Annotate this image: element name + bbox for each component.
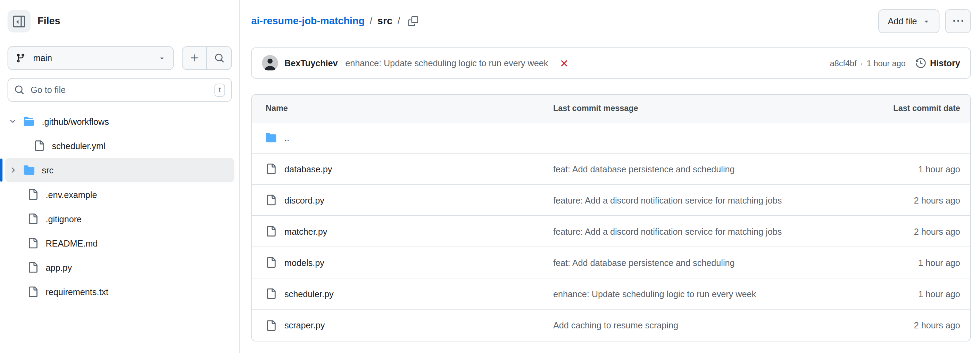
column-header-message: Last commit message xyxy=(553,104,826,113)
tree-item--env-example[interactable]: .env.example xyxy=(5,182,234,207)
tree-item-app-py[interactable]: app.py xyxy=(5,255,234,280)
file-name-link[interactable]: database.py xyxy=(285,164,332,174)
tree-item-label: .env.example xyxy=(46,189,97,199)
plus-icon xyxy=(189,53,199,63)
file-icon xyxy=(266,226,277,237)
chevron-right-icon[interactable] xyxy=(9,166,19,174)
commit-date: 2 hours ago xyxy=(826,320,960,330)
column-header-date: Last commit date xyxy=(826,104,960,113)
search-icon xyxy=(214,53,224,63)
latest-commit-bar: BexTuychiev enhance: Update scheduling l… xyxy=(251,47,971,79)
commit-date: 1 hour ago xyxy=(826,164,960,174)
commit-message-link[interactable]: Add caching to resume scraping xyxy=(553,320,678,330)
commit-message-link[interactable]: feature: Add a discord notification serv… xyxy=(553,226,782,236)
breadcrumb-separator: / xyxy=(369,16,372,27)
commit-sha-link[interactable]: a8cf4bf · 1 hour ago xyxy=(830,58,906,68)
breadcrumb: ai-resume-job-matching / src / xyxy=(251,16,418,27)
commit-date: 2 hours ago xyxy=(826,226,960,236)
sidebar-collapse-icon xyxy=(13,15,25,27)
sidebar-title: Files xyxy=(38,16,60,27)
table-header-row: Name Last commit message Last commit dat… xyxy=(252,95,970,122)
tree-item-label: app.py xyxy=(46,263,72,272)
folder-icon xyxy=(266,133,277,143)
commit-date: 1 hour ago xyxy=(826,289,960,299)
file-icon xyxy=(266,195,277,206)
search-icon xyxy=(14,85,24,95)
commit-message-link[interactable]: feat: Add database persistence and sched… xyxy=(553,164,735,174)
kebab-horizontal-icon xyxy=(953,16,963,26)
chevron-down-icon[interactable] xyxy=(9,117,19,125)
file-icon xyxy=(266,257,277,268)
file-rows: database.pyfeat: Add database persistenc… xyxy=(252,154,970,341)
history-button[interactable]: History xyxy=(916,58,960,68)
file-row[interactable]: scheduler.pyenhance: Update scheduling l… xyxy=(252,279,970,310)
file-row[interactable]: models.pyfeat: Add database persistence … xyxy=(252,247,970,279)
branch-selector[interactable]: main xyxy=(8,46,174,70)
file-name-link[interactable]: scraper.py xyxy=(285,320,325,330)
file-row[interactable]: database.pyfeat: Add database persistenc… xyxy=(252,154,970,185)
parent-directory-row[interactable]: .. xyxy=(252,122,970,154)
file-row[interactable]: discord.pyfeature: Add a discord notific… xyxy=(252,185,970,216)
tree-item--github-workflows[interactable]: .github/workflows xyxy=(5,109,234,133)
github-file-browser: Files main xyxy=(0,0,980,353)
breadcrumb-repo-link[interactable]: ai-resume-job-matching xyxy=(251,16,364,27)
folder-icon xyxy=(24,116,34,127)
main-content: ai-resume-job-matching / src / Add file xyxy=(240,0,980,353)
column-header-name: Name xyxy=(262,104,553,113)
git-branch-icon xyxy=(16,53,26,63)
add-file-button[interactable]: Add file xyxy=(878,9,940,33)
file-icon xyxy=(266,164,277,174)
history-icon xyxy=(916,58,926,68)
commit-time: 1 hour ago xyxy=(867,58,906,68)
new-file-button[interactable] xyxy=(183,47,207,70)
author-avatar[interactable] xyxy=(262,55,278,71)
commit-date: 1 hour ago xyxy=(826,258,960,268)
file-name-link[interactable]: discord.py xyxy=(285,195,325,205)
file-icon xyxy=(27,262,38,273)
triangle-down-icon xyxy=(923,17,930,25)
tree-item-requirements-txt[interactable]: requirements.txt xyxy=(5,280,234,304)
more-options-button[interactable] xyxy=(945,9,971,33)
tree-item-label: README.md xyxy=(46,238,98,248)
copy-icon xyxy=(408,16,418,26)
breadcrumb-separator: / xyxy=(398,16,400,27)
file-name-link[interactable]: scheduler.py xyxy=(285,289,333,299)
go-to-file-placeholder: Go to file xyxy=(30,85,208,95)
add-file-label: Add file xyxy=(888,16,917,26)
file-name-link[interactable]: matcher.py xyxy=(285,226,327,236)
keyboard-shortcut-badge: t xyxy=(214,83,225,97)
go-to-file-input[interactable]: Go to file t xyxy=(8,78,232,101)
branch-name: main xyxy=(33,53,52,63)
commit-author-link[interactable]: BexTuychiev xyxy=(285,58,338,68)
tree-item-scheduler-yml[interactable]: scheduler.yml xyxy=(5,133,234,158)
parent-directory-link[interactable]: .. xyxy=(285,133,289,143)
folder-icon xyxy=(24,165,34,176)
search-tree-button[interactable] xyxy=(207,47,231,70)
tree-item-label: scheduler.yml xyxy=(52,141,105,151)
tree-item--gitignore[interactable]: .gitignore xyxy=(5,207,234,231)
commit-message-link[interactable]: enhance: Update scheduling logic to run … xyxy=(553,289,756,299)
file-row[interactable]: scraper.pyAdd caching to resume scraping… xyxy=(252,310,970,341)
copy-path-button[interactable] xyxy=(408,16,418,26)
history-label: History xyxy=(930,58,960,68)
file-name-link[interactable]: models.py xyxy=(285,258,325,268)
tree-item-readme-md[interactable]: README.md xyxy=(5,231,234,255)
tree-actions-group xyxy=(182,46,232,70)
commit-message-link[interactable]: feat: Add database persistence and sched… xyxy=(553,258,735,268)
commit-sha: a8cf4bf xyxy=(830,58,857,68)
commit-message-link[interactable]: enhance: Update scheduling logic to run … xyxy=(345,58,548,68)
commit-message-link[interactable]: feature: Add a discord notification serv… xyxy=(553,195,782,205)
tree-item-label: requirements.txt xyxy=(46,287,108,297)
file-icon xyxy=(27,189,38,200)
tree-item-src[interactable]: src xyxy=(5,158,234,182)
files-table: Name Last commit message Last commit dat… xyxy=(251,94,971,342)
file-row[interactable]: matcher.pyfeature: Add a discord notific… xyxy=(252,216,970,247)
commit-separator: · xyxy=(860,58,863,68)
file-icon xyxy=(266,288,277,299)
file-icon xyxy=(27,238,38,249)
commit-status-failed-icon[interactable] xyxy=(559,58,570,69)
tree-item-label: .github/workflows xyxy=(42,117,109,127)
tree-item-label: .gitignore xyxy=(46,214,82,224)
collapse-sidebar-button[interactable] xyxy=(8,10,31,33)
file-icon xyxy=(34,141,45,151)
